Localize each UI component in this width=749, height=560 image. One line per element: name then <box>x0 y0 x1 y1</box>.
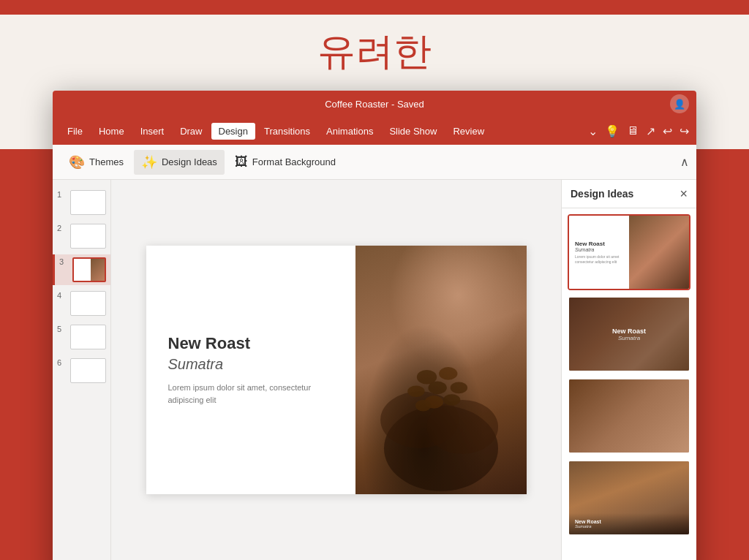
menu-bar: File Home Insert Draw Design Transitions… <box>53 117 696 145</box>
page-title: 유려한 <box>317 23 432 84</box>
card2-subtitle: Sumatra <box>612 335 646 341</box>
menu-transitions[interactable]: Transitions <box>257 123 317 140</box>
svg-point-6 <box>407 385 424 397</box>
slide-mini-2 <box>70 224 106 249</box>
slide-mini-6 <box>70 358 106 383</box>
menu-home[interactable]: Home <box>91 123 132 140</box>
design-idea-3[interactable]: New Roast Sumatra <box>568 378 690 454</box>
main-area: 1 2 3 4 <box>53 180 696 560</box>
slide-image-area <box>355 246 527 494</box>
overflow-menu-button[interactable]: ⌄ <box>588 124 598 138</box>
menu-icons: ⌄ 💡 🖥 ↗ ↩ ↪ <box>588 124 689 138</box>
slide-mini-5 <box>70 325 106 349</box>
svg-point-9 <box>443 394 459 406</box>
slide-number-2: 2 <box>57 224 67 232</box>
card4-overlay: New Roast Sumatra <box>569 513 689 534</box>
slide-number-5: 5 <box>57 325 67 333</box>
display-icon[interactable]: 🖥 <box>627 124 639 137</box>
slide-number-6: 6 <box>57 358 67 367</box>
redo-icon[interactable]: ↪ <box>680 124 689 138</box>
slide-text-area: New Roast Sumatra Lorem ipsum dolor sit … <box>146 246 355 494</box>
slide-number-3: 3 <box>59 257 69 266</box>
design-panel-close-button[interactable]: × <box>680 187 688 200</box>
page-wrapper: 유려한 Coffee Roaster - Saved 👤 File Home I… <box>0 0 749 560</box>
card1-body: Lorem ipsum dolor sit amet consectetur a… <box>575 254 623 264</box>
document-title: Coffee Roaster - Saved <box>325 99 424 110</box>
slide-subtitle: Sumatra <box>168 356 334 373</box>
themes-button[interactable]: 🎨 Themes <box>61 150 131 175</box>
design-ideas-button[interactable]: ✨ Design Ideas <box>134 150 225 175</box>
menu-review[interactable]: Review <box>445 123 492 140</box>
themes-icon: 🎨 <box>69 154 85 170</box>
slide-editor[interactable]: New Roast Sumatra Lorem ipsum dolor sit … <box>111 180 561 560</box>
design-idea-2[interactable]: New Roast Sumatra <box>568 296 690 372</box>
slide-panel: 1 2 3 4 <box>53 180 111 560</box>
themes-label: Themes <box>89 156 124 167</box>
design-idea-4[interactable]: New Roast Sumatra <box>568 460 690 536</box>
design-panel: Design Ideas × New Roast Sumatra Lorem i… <box>561 180 696 560</box>
app-container: Coffee Roaster - Saved 👤 File Home Inser… <box>53 91 696 560</box>
card1-title: New Roast <box>575 241 623 247</box>
slide-thumb-5[interactable]: 5 <box>53 322 110 352</box>
card1-subtitle: Sumatra <box>575 247 623 252</box>
design-panel-header: Design Ideas × <box>562 180 696 208</box>
slide-mini-1 <box>70 190 106 215</box>
menu-insert[interactable]: Insert <box>133 123 172 140</box>
slide-mini-4 <box>70 291 106 316</box>
user-avatar[interactable]: 👤 <box>670 94 689 113</box>
slide-thumb-1[interactable]: 1 <box>53 187 110 218</box>
slide-mini-3 <box>72 257 106 282</box>
format-bg-label: Format Background <box>252 156 336 167</box>
svg-point-4 <box>439 367 457 380</box>
card2-title: New Roast <box>612 328 646 335</box>
share-icon[interactable]: ↗ <box>646 124 655 138</box>
menu-animations[interactable]: Animations <box>319 123 380 140</box>
slide-body: Lorem ipsum dolor sit amet, consectetur … <box>168 382 334 406</box>
menu-slideshow[interactable]: Slide Show <box>382 123 444 140</box>
coffee-hands-svg <box>355 246 527 494</box>
design-panel-title: Design Ideas <box>571 188 633 200</box>
slide-thumb-3[interactable]: 3 <box>53 254 110 285</box>
design-ideas-list: New Roast Sumatra Lorem ipsum dolor sit … <box>562 208 696 560</box>
undo-icon[interactable]: ↩ <box>663 124 672 138</box>
svg-point-5 <box>428 382 446 395</box>
card2-text: New Roast Sumatra <box>612 328 646 341</box>
card1-image <box>629 216 689 289</box>
design-idea-thumb-1: New Roast Sumatra Lorem ipsum dolor sit … <box>569 216 689 289</box>
design-idea-thumb-4: New Roast Sumatra <box>569 461 689 534</box>
format-bg-icon: 🖼 <box>235 154 248 170</box>
card4-title: New Roast <box>575 519 683 524</box>
title-bar: Coffee Roaster - Saved 👤 <box>53 91 696 117</box>
slide-thumb-6[interactable]: 6 <box>53 355 110 386</box>
card4-subtitle: Sumatra <box>575 524 683 529</box>
ribbon-collapse-button[interactable]: ∧ <box>680 155 689 169</box>
design-ideas-label: Design Ideas <box>162 156 217 167</box>
slide-number-1: 1 <box>57 190 67 199</box>
slide-thumb-2[interactable]: 2 <box>53 221 110 251</box>
design-ideas-icon: ✨ <box>141 154 157 170</box>
svg-point-7 <box>450 382 467 394</box>
slide-title: New Roast <box>168 334 334 353</box>
design-idea-thumb-2: New Roast Sumatra <box>569 298 689 371</box>
design-idea-1[interactable]: New Roast Sumatra Lorem ipsum dolor sit … <box>568 214 690 290</box>
design-idea-thumb-3: New Roast Sumatra <box>569 379 689 453</box>
slide-number-4: 4 <box>57 291 67 300</box>
ideas-icon[interactable]: 💡 <box>605 124 620 138</box>
menu-design[interactable]: Design <box>211 123 255 140</box>
slide-thumb-4[interactable]: 4 <box>53 288 110 319</box>
ribbon: 🎨 Themes ✨ Design Ideas 🖼 Format Backgro… <box>53 145 696 180</box>
card1-text: New Roast Sumatra Lorem ipsum dolor sit … <box>569 216 629 289</box>
user-icon: 👤 <box>674 99 685 110</box>
menu-draw[interactable]: Draw <box>173 123 209 140</box>
slide-canvas: New Roast Sumatra Lorem ipsum dolor sit … <box>146 246 527 494</box>
format-background-button[interactable]: 🖼 Format Background <box>227 150 343 174</box>
svg-point-10 <box>415 400 430 412</box>
svg-point-2 <box>426 400 498 454</box>
menu-file[interactable]: File <box>60 123 90 140</box>
